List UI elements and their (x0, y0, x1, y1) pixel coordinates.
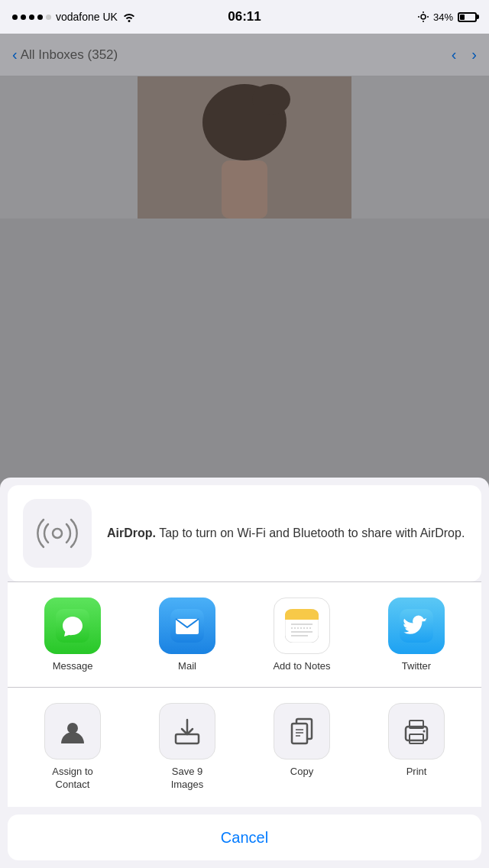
message-label: Message (53, 660, 93, 672)
airdrop-icon (23, 499, 92, 568)
action-item-assign-contact[interactable]: Assign toContact (15, 703, 130, 792)
copy-icon (274, 703, 330, 760)
svg-rect-15 (285, 614, 319, 620)
twitter-label: Twitter (402, 660, 431, 672)
twitter-app-icon (388, 598, 445, 654)
svg-rect-22 (176, 734, 199, 743)
assign-contact-label: Assign toContact (52, 766, 92, 792)
airdrop-description: AirDrop. Tap to turn on Wi-Fi and Blueto… (107, 525, 465, 542)
copy-label: Copy (290, 766, 313, 779)
cancel-section[interactable]: Cancel (8, 815, 481, 860)
cancel-button[interactable]: Cancel (8, 815, 481, 860)
wifi-icon (122, 11, 136, 22)
app-item-twitter[interactable]: Twitter (359, 598, 474, 672)
svg-rect-24 (292, 724, 307, 743)
action-row: Assign toContact Save 9Images (8, 688, 481, 807)
save-images-icon (159, 703, 215, 760)
save-images-label: Save 9Images (171, 766, 204, 792)
status-time: 06:11 (228, 9, 261, 24)
battery-percentage: 34% (433, 11, 453, 23)
app-item-notes[interactable]: Add to Notes (244, 598, 359, 672)
svg-point-31 (423, 730, 426, 733)
svg-point-0 (421, 15, 426, 19)
svg-rect-29 (410, 734, 423, 743)
message-app-icon (44, 598, 101, 654)
airdrop-section[interactable]: AirDrop. Tap to turn on Wi-Fi and Blueto… (8, 485, 481, 581)
notes-app-icon (274, 598, 330, 654)
carrier-label: vodafone UK (56, 11, 118, 23)
app-item-mail[interactable]: Mail (130, 598, 244, 672)
print-label: Print (406, 766, 427, 779)
share-sheet: AirDrop. Tap to turn on Wi-Fi and Blueto… (0, 478, 489, 868)
brightness-icon (418, 11, 429, 22)
app-row: Message Mail (8, 582, 481, 687)
notes-label: Add to Notes (273, 660, 330, 672)
action-item-print[interactable]: Print (359, 703, 474, 792)
status-bar: vodafone UK 06:11 34% (0, 0, 489, 34)
status-right: 34% (418, 11, 477, 23)
status-left: vodafone UK (12, 11, 136, 23)
airdrop-desc: Tap to turn on Wi-Fi and Bluetooth to sh… (156, 526, 465, 539)
svg-point-21 (67, 723, 78, 734)
mail-app-icon (159, 598, 215, 654)
action-item-copy[interactable]: Copy (244, 703, 359, 792)
print-icon (388, 703, 445, 760)
signal-dots (12, 15, 51, 20)
airdrop-title: AirDrop. (107, 526, 156, 539)
assign-contact-icon (44, 703, 101, 760)
battery-icon (458, 12, 477, 22)
action-item-save-images[interactable]: Save 9Images (130, 703, 244, 792)
mail-label: Mail (178, 660, 196, 672)
app-item-message[interactable]: Message (15, 598, 130, 672)
svg-point-9 (53, 529, 62, 538)
